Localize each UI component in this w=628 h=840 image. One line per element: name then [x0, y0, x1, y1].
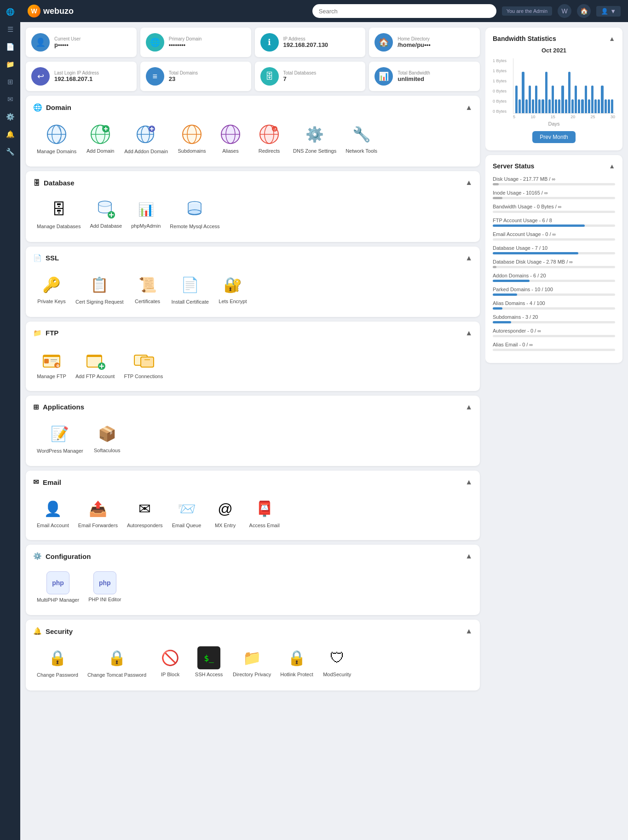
wordpress-manager-item[interactable]: 📝 WordPress Manager [33, 418, 87, 459]
sidebar-item-email[interactable]: ✉ [3, 92, 17, 107]
modsecurity-item[interactable]: 🛡 ModSecurity [319, 642, 356, 683]
add-ftp-account-label: Add FTP Account [75, 374, 115, 379]
php-ini-editor-item[interactable]: php PHP INI Editor [85, 567, 125, 608]
applications-title-icon: ⊞ [33, 403, 39, 411]
dropdown-arrow-icon: ▼ [610, 8, 616, 15]
email-queue-item[interactable]: 📨 Email Queue [168, 493, 205, 533]
add-addon-domain-item[interactable]: Add Addon Domain [121, 118, 172, 159]
domain-section: 🌐 Domain ▲ Manage Domains [26, 96, 480, 167]
bandwidth-card: Bandwidth Statistics ▲ Oct 2021 1 Bytes … [485, 28, 622, 150]
ssl-section-title: 📄 SSL [33, 254, 59, 262]
email-collapse-btn[interactable]: ▲ [465, 478, 472, 486]
autoresponders-item[interactable]: ✉ Autoresponders [123, 493, 167, 533]
status-item-label: Autoresponder - 0 / ∞ [493, 328, 615, 334]
manage-domains-item[interactable]: Manage Domains [33, 118, 80, 159]
domain-collapse-btn[interactable]: ▲ [465, 104, 472, 112]
sidebar-item-document[interactable]: 📄 [3, 40, 17, 54]
sidebar-item-globe[interactable]: 🌐 [3, 5, 17, 19]
add-addon-domain-label: Add Addon Domain [124, 148, 168, 155]
modsecurity-label: ModSecurity [323, 672, 351, 677]
access-email-label: Access Email [249, 523, 280, 528]
email-forwarders-item[interactable]: 📤 Email Forwarders [75, 493, 121, 533]
hotlink-protect-item[interactable]: 🔒 Hotlink Protect [277, 642, 317, 683]
status-item-label: Bandwidth Usage - 0 Bytes / ∞ [493, 204, 615, 209]
status-bar-bg [493, 224, 615, 227]
add-database-item[interactable]: Add Database [86, 193, 126, 234]
sidebar: 🌐 ☰ 📄 📁 ⊞ ✉ ⚙️ 🔔 🔧 [0, 0, 20, 840]
ssh-access-item[interactable]: $_ SSH Access [190, 642, 227, 683]
sidebar-item-notifications[interactable]: 🔔 [3, 127, 17, 142]
stat-card-ip: ℹ IP Address192.168.207.130 [255, 28, 366, 57]
change-tomcat-password-item[interactable]: 🔒 Change Tomcat Password [84, 642, 150, 683]
sidebar-item-folder[interactable]: 📁 [3, 57, 17, 72]
install-cert-item[interactable]: 📄 Install Certificate [168, 269, 213, 310]
remote-mysql-item[interactable]: Remote Mysql Access [166, 193, 223, 234]
status-bar-fill [493, 321, 511, 323]
sidebar-item-tools[interactable]: 🔧 [3, 144, 17, 159]
status-item-label: FTP Account Usage - 6 / 8 [493, 218, 615, 223]
bandwidth-bar [535, 86, 537, 113]
current-user-value: p••••• [54, 41, 81, 48]
lets-encrypt-item[interactable]: 🔐 Lets Encrypt [214, 269, 251, 310]
phpmyadmin-item[interactable]: 📊 phpMyAdmin [127, 193, 164, 234]
directory-privacy-item[interactable]: 📁 Directory Privacy [229, 642, 275, 683]
prev-month-button[interactable]: Prev Month [532, 131, 575, 143]
security-title-icon: 🔔 [33, 627, 42, 635]
sidebar-item-menu[interactable]: ☰ [3, 22, 17, 37]
bandwidth-icon: 📊 [374, 67, 393, 86]
softaculous-item[interactable]: 📦 Softaculous [89, 418, 126, 459]
manage-ftp-item[interactable]: ⚙ Manage FTP [33, 344, 70, 384]
ip-block-item[interactable]: 🚫 IP Block [152, 642, 189, 683]
change-password-item[interactable]: 🔒 Change Password [33, 642, 82, 683]
redirects-item[interactable]: ↺ Redirects [251, 118, 288, 159]
search-input[interactable] [312, 4, 496, 18]
ftp-icon-grid: ⚙ Manage FTP Add FTP Account [33, 344, 472, 384]
configuration-collapse-btn[interactable]: ▲ [465, 552, 472, 560]
ssl-collapse-btn[interactable]: ▲ [465, 254, 472, 262]
access-email-item[interactable]: 📮 Access Email [246, 493, 283, 533]
ftp-collapse-btn[interactable]: ▲ [465, 329, 472, 337]
admin-badge: You are the Admin [502, 6, 553, 16]
network-tools-item[interactable]: 🔧 Network Tools [342, 118, 381, 159]
status-bar-bg [493, 307, 615, 310]
status-item-label: Subdomains - 3 / 20 [493, 314, 615, 320]
logo: W webuzo [28, 5, 74, 17]
server-status-items: Disk Usage - 217.77 MB / ∞ Inode Usage -… [493, 176, 615, 351]
ssl-section: 📄 SSL ▲ 🔑 Private Keys 📋 Cert Signing Re… [26, 247, 480, 317]
manage-databases-item[interactable]: 🗄 Manage Databases [33, 193, 84, 234]
server-status-collapse-btn[interactable]: ▲ [609, 162, 615, 170]
svg-rect-33 [44, 359, 49, 363]
logo-text: webuzo [43, 6, 74, 16]
svg-point-31 [188, 210, 201, 214]
home-icon[interactable]: 🏠 [577, 4, 591, 18]
wordpress-icon[interactable]: W [558, 4, 571, 18]
add-domain-item[interactable]: Add Domain [82, 118, 119, 159]
multiphp-item[interactable]: php MultiPHP Manager [33, 567, 83, 608]
email-account-label: Email Account [37, 523, 69, 528]
subdomains-item[interactable]: Subdomains [173, 118, 210, 159]
cert-signing-item[interactable]: 📋 Cert Signing Request [72, 269, 127, 310]
last-login-label: Last Login IP Address [54, 70, 99, 75]
applications-icon-grid: 📝 WordPress Manager 📦 Softaculous [33, 418, 472, 459]
change-password-label: Change Password [37, 672, 78, 678]
certificates-item[interactable]: 📜 Certificates [129, 269, 166, 310]
sidebar-item-grid[interactable]: ⊞ [3, 75, 17, 89]
applications-collapse-btn[interactable]: ▲ [465, 403, 472, 411]
mx-entry-item[interactable]: @ MX Entry [207, 493, 244, 533]
database-section-title: 🗄 Database [33, 179, 75, 187]
wordpress-manager-label: WordPress Manager [37, 448, 83, 454]
user-menu[interactable]: 👤 ▼ [596, 6, 621, 17]
security-collapse-btn[interactable]: ▲ [465, 627, 472, 635]
database-collapse-btn[interactable]: ▲ [465, 178, 472, 187]
sidebar-item-settings[interactable]: ⚙️ [3, 109, 17, 124]
dns-zone-item[interactable]: ⚙️ DNS Zone Settings [289, 118, 340, 159]
add-ftp-account-item[interactable]: Add FTP Account [72, 344, 118, 384]
ftp-connections-item[interactable]: FTP Connections [120, 344, 167, 384]
bandwidth-bar [529, 86, 531, 113]
email-account-item[interactable]: 👤 Email Account [33, 493, 73, 533]
status-bar-bg [493, 252, 615, 254]
private-keys-item[interactable]: 🔑 Private Keys [33, 269, 70, 310]
status-bar-bg [493, 211, 615, 213]
aliases-item[interactable]: Aliases [212, 118, 249, 159]
bandwidth-collapse-btn[interactable]: ▲ [609, 35, 615, 42]
